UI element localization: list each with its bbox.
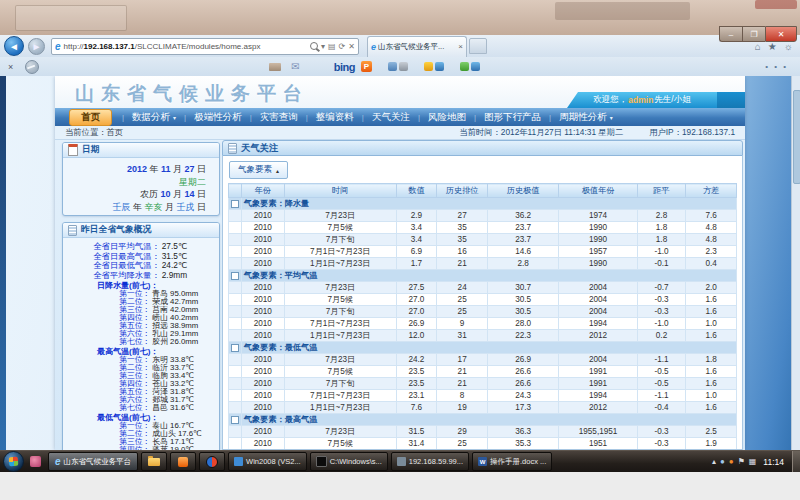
home-icon[interactable]: ⌂ [755,41,761,52]
media-icons[interactable] [388,62,408,71]
nav-item-1[interactable]: 数据分析▾ [114,111,176,124]
show-desktop-button[interactable] [792,451,800,472]
element-group-row[interactable]: 气象要素：最高气温 [229,414,737,426]
table-row[interactable]: 20107月下旬27.02530.52004-0.31.6 [229,306,737,318]
element-group-row[interactable]: 气象要素：降水量 [229,198,737,210]
table-row[interactable]: 20107月下旬23.52126.61991-0.51.6 [229,378,737,390]
nav-item-2[interactable]: 极端性分析 [176,111,242,124]
table-row[interactable]: 20107月5候27.02530.52004-0.31.6 [229,294,737,306]
table-row[interactable]: 20107月1日~7月23日26.9928.01994-1.01.0 [229,318,737,330]
table-cell: 1月1日~7月23日 [284,258,396,270]
network-icon[interactable]: ▦ [749,457,757,466]
back-button[interactable]: ◄ [4,36,24,56]
table-row[interactable]: 20107月5候23.52126.61991-0.51.6 [229,366,737,378]
status-bar: 当前位置：首页 当前时间：2012年11月27日 11:14:31 星期二 用户… [55,126,745,140]
nav-item-6[interactable]: 风险地图 [410,111,466,124]
start-button[interactable] [3,451,24,472]
more-options-icon[interactable]: • • • [765,62,788,71]
expand-checkbox[interactable] [231,200,239,208]
table-cell: 1月1日~7月23日 [284,330,396,342]
explorer-button[interactable] [141,452,167,471]
element-group-row[interactable]: 气象要素：最低气温 [229,342,737,354]
rank-item: 第七位：胶州 26.0mm [63,338,219,346]
mail-icon[interactable]: ✉ [291,61,299,72]
scrollbar-thumb[interactable] [793,90,800,184]
table-cell: 2010 [241,294,284,306]
table-cell: 1991 [559,366,638,378]
stop-icon[interactable]: ✕ [348,42,355,51]
bing-badge-icon[interactable]: P [361,61,372,72]
table-row[interactable]: 20107月1日~7月23日6.91614.61957-1.02.3 [229,246,737,258]
taskbar-clock[interactable]: 11:14 [763,457,784,467]
table-row[interactable]: 20107月23日24.21726.92004-1.11.8 [229,354,737,366]
expand-checkbox[interactable] [231,344,239,352]
search-icon[interactable] [310,42,318,50]
pinned-app-icon[interactable] [30,456,41,467]
table-row[interactable]: 20101月1日~7月23日1.7212.81990-0.10.4 [229,258,737,270]
table-cell: -0.5 [637,366,685,378]
refresh-icon[interactable]: ⟳ [339,42,346,51]
nav-item-5[interactable]: 天气关注 [354,111,410,124]
compatibility-view-icon[interactable]: ▤ [328,42,336,51]
nav-item-4[interactable]: 整编资料 [298,111,354,124]
chevron-down-icon[interactable]: ▾ [321,42,325,51]
table-cell: 23.5 [396,378,437,390]
taskbar-button-1[interactable]: C:\Windows\s... [310,452,388,471]
nav-item-label: 天气关注 [372,111,410,124]
host-window-titlebar [0,0,800,35]
calendar-line: 农历 10 月 14 日 [63,188,206,201]
app-orange-button[interactable] [170,452,196,471]
taskbar-button-3[interactable]: W操作手册.docx ... [472,452,552,471]
table-row[interactable]: 20107月下旬3.43523.719901.84.8 [229,234,737,246]
expand-checkbox[interactable] [231,416,239,424]
expand-checkbox[interactable] [231,272,239,280]
bing-logo[interactable]: bing [334,61,355,73]
gear-icon[interactable]: ☼ [784,41,793,52]
flame-icon[interactable]: ● [729,457,734,466]
table-cell: 27.0 [396,294,437,306]
table-row[interactable]: 20107月5候31.42535.31951-0.31.9 [229,438,737,450]
forward-button[interactable]: ► [28,38,45,55]
table-row[interactable]: 20107月5候3.43523.719901.84.8 [229,222,737,234]
apps-icons[interactable] [460,62,480,71]
camera-icon[interactable] [269,63,281,71]
close-button[interactable]: ✕ [765,26,797,42]
table-row[interactable]: 20107月23日31.52936.31955,1951-0.32.5 [229,426,737,438]
nav-item-0[interactable]: 首页 [69,109,112,126]
element-filter-button[interactable]: 气象要素 ▴ [229,161,288,179]
show-hidden-icons[interactable]: ▴ [712,457,716,466]
table-cell: 1994 [559,318,638,330]
calendar-weekday: 星期二 [63,176,206,189]
address-bar[interactable]: e http://192.168.137.1/SLCCLIMATE/module… [51,38,359,55]
table-row[interactable]: 20101月1日~7月23日7.61917.32012-0.41.6 [229,402,737,414]
nav-item-label: 风险地图 [428,111,466,124]
action-center-flag-icon[interactable]: ⚑ [738,457,745,466]
favorites-star-icon[interactable]: ★ [768,41,777,52]
close-addon-bar-icon[interactable]: × [8,62,13,72]
table-row[interactable]: 20107月23日2.92736.219742.87.6 [229,210,737,222]
app-media-button[interactable] [199,452,225,471]
nav-item-3[interactable]: 灾害查询 [242,111,298,124]
table-cell: 29 [437,426,488,438]
table-row[interactable]: 20107月1日~7月23日23.1824.31994-1.11.0 [229,390,737,402]
taskbar-active-window-button[interactable]: e 山东省气候业务平台 [48,452,138,471]
ime-icon[interactable]: ● [720,457,725,466]
maximize-button[interactable]: ❐ [742,26,765,42]
element-group-row[interactable]: 气象要素：平均气温 [229,270,737,282]
weather-icons[interactable] [424,62,444,71]
table-cell: 2.8 [488,258,559,270]
nav-item-7[interactable]: 图形下行产品 [466,111,541,124]
tab-close-icon[interactable]: × [458,42,463,51]
table-row[interactable]: 20101月1日~7月23日12.03122.320120.21.6 [229,330,737,342]
table-cell: 31 [437,330,488,342]
new-tab-button[interactable] [469,38,487,54]
table-cell: 23.7 [488,222,559,234]
vertical-scrollbar[interactable] [791,76,800,450]
table-row[interactable]: 20107月23日27.52430.72004-0.72.0 [229,282,737,294]
table-cell: 17.3 [488,402,559,414]
taskbar-button-2[interactable]: 192.168.59.99... [391,452,469,471]
taskbar-button-0[interactable]: Win2008 (VS2... [228,452,307,471]
browser-tab[interactable]: e 山东省气候业务平... × [367,36,467,57]
minimize-button[interactable]: – [719,26,742,42]
nav-item-8[interactable]: 周期性分析▾ [541,111,613,124]
